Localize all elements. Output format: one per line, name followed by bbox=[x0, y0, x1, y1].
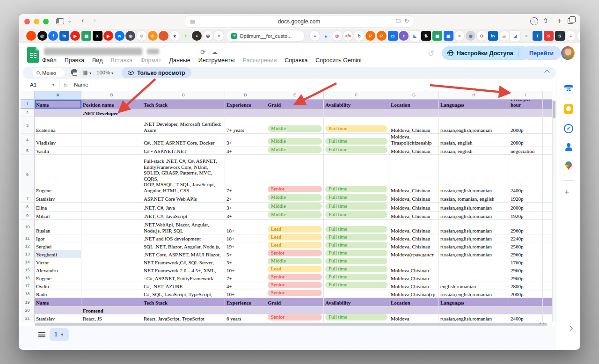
row-header-20[interactable]: 20 bbox=[21, 306, 35, 314]
cell-A17[interactable]: Ovdiu bbox=[35, 282, 81, 290]
menu-расширения[interactable]: Расширения bbox=[243, 57, 277, 64]
scroll-arrows[interactable]: ◂▸ bbox=[539, 321, 547, 325]
reload-icon[interactable]: ↻ bbox=[404, 18, 409, 24]
cell-C17[interactable]: C#, .NET, AZURE bbox=[142, 282, 225, 290]
rocket-icon[interactable]: ▲ bbox=[321, 31, 331, 41]
cell-B6[interactable] bbox=[81, 155, 142, 194]
cell-A6[interactable]: Eugene bbox=[35, 155, 81, 194]
cell-I14[interactable]: 1760p bbox=[509, 258, 543, 266]
new-tab-icon[interactable]: ＋ bbox=[556, 16, 563, 25]
cell-J15[interactable] bbox=[543, 266, 552, 274]
facebook-icon[interactable]: f bbox=[48, 31, 58, 41]
cell-A18[interactable]: Radu bbox=[35, 290, 81, 298]
cell-G1[interactable]: Location bbox=[389, 100, 439, 109]
select-all-corner[interactable] bbox=[21, 91, 35, 100]
zoom-window-button[interactable] bbox=[43, 19, 49, 24]
cell-D8[interactable]: 3+ bbox=[225, 203, 266, 211]
cell-D6[interactable]: 7+ bbox=[225, 155, 266, 194]
cell-E7[interactable]: Middle bbox=[266, 194, 324, 203]
sidebar-toggle-icon[interactable] bbox=[56, 18, 64, 24]
forward-button[interactable]: › bbox=[94, 16, 96, 24]
cell-H10[interactable]: russian,english,romanian bbox=[439, 220, 509, 234]
cell-A4[interactable]: Vladislav bbox=[35, 134, 81, 146]
cell-A1[interactable]: Name bbox=[35, 100, 81, 109]
cell-F3[interactable]: Part time bbox=[324, 117, 389, 134]
cell-I5[interactable]: negociation bbox=[509, 146, 543, 155]
cell-D13[interactable]: 5+ bbox=[225, 250, 266, 258]
cell-I8[interactable]: 2000p bbox=[509, 203, 543, 211]
cell-H17[interactable]: english,romanian bbox=[439, 282, 509, 290]
cell-I11[interactable]: 2240p bbox=[509, 234, 543, 242]
cell-G5[interactable]: Moldova, Chisinau bbox=[389, 146, 439, 155]
chevron-down-icon[interactable]: ▼ bbox=[60, 333, 64, 337]
cell-A10[interactable]: Ruslan bbox=[35, 220, 81, 234]
cell-C21[interactable]: React, JavaScript, TypeScript bbox=[142, 314, 225, 322]
cell-B19[interactable] bbox=[81, 298, 142, 306]
cell-B20[interactable]: Frontend bbox=[81, 306, 142, 314]
cell-J14[interactable] bbox=[543, 258, 552, 266]
green-dot-icon[interactable]: • bbox=[181, 31, 190, 41]
chart2-icon[interactable]: ◢ bbox=[510, 31, 520, 41]
cell-G7[interactable]: Moldova, Chisinau bbox=[389, 194, 439, 203]
cell-E17[interactable]: Senior bbox=[266, 282, 324, 290]
column-header-I[interactable]: I bbox=[509, 91, 543, 100]
cell-E8[interactable]: Middle bbox=[266, 203, 324, 211]
cell-G20[interactable] bbox=[389, 306, 439, 314]
cell-H1[interactable]: Languages bbox=[439, 100, 509, 109]
keep-icon[interactable] bbox=[564, 104, 573, 114]
print-icon[interactable] bbox=[71, 70, 77, 74]
s-red-icon[interactable]: S bbox=[544, 31, 554, 41]
column-header-B[interactable]: B bbox=[81, 91, 142, 100]
chevron-down-icon[interactable]: ▾ bbox=[89, 71, 91, 75]
cell-G8[interactable]: Moldova, Chisinau bbox=[389, 203, 439, 211]
cell-H7[interactable]: russian, romanian, english bbox=[439, 194, 509, 203]
cell-D1[interactable]: Experience bbox=[225, 100, 266, 109]
cell-I13[interactable]: 2960p bbox=[509, 250, 543, 258]
downloads-icon[interactable]: ↓ bbox=[530, 17, 538, 25]
cell-B13[interactable] bbox=[81, 250, 142, 258]
cell-J16[interactable] bbox=[543, 274, 552, 282]
cell-E16[interactable]: Senior bbox=[266, 274, 324, 282]
vk-icon[interactable]: w bbox=[115, 31, 124, 41]
cell-B17[interactable] bbox=[81, 282, 142, 290]
cell-C1[interactable]: Tech Stack bbox=[142, 100, 225, 109]
ok-ru-icon[interactable]: 8 bbox=[148, 31, 158, 41]
cell-G17[interactable]: Moldova,Chisinau bbox=[389, 282, 439, 290]
cell-E20[interactable] bbox=[266, 306, 324, 314]
cell-J13[interactable] bbox=[543, 250, 552, 258]
target-icon[interactable]: ◎ bbox=[203, 31, 213, 41]
row-header-15[interactable]: 15 bbox=[21, 266, 35, 274]
cell-J10[interactable] bbox=[543, 220, 552, 234]
threads-icon[interactable]: @ bbox=[37, 31, 47, 41]
cell-I15[interactable]: 2960p bbox=[509, 266, 543, 274]
cell-B4[interactable] bbox=[81, 134, 142, 146]
cell-D5[interactable]: 4+ bbox=[225, 146, 266, 155]
cell-B3[interactable] bbox=[81, 117, 142, 134]
f-color-icon[interactable]: F bbox=[566, 31, 576, 41]
cell-E10[interactable]: Lead bbox=[266, 220, 324, 234]
minimize-window-button[interactable] bbox=[34, 19, 39, 24]
cell-H8[interactable]: russian,english,romanian bbox=[439, 203, 509, 211]
linkedin-icon[interactable]: in bbox=[488, 31, 498, 41]
cell-H21[interactable]: russian,english,romanian bbox=[439, 314, 509, 322]
cell-G14[interactable] bbox=[389, 258, 439, 266]
cell-A15[interactable]: Alexandru bbox=[35, 266, 81, 274]
cell-C16[interactable]: : C#, ASP.NET, EntityFramework bbox=[142, 274, 225, 282]
cell-G11[interactable]: Moldova, Chisinau bbox=[389, 234, 439, 242]
share-settings-button[interactable]: Настройки Доступа ▼ bbox=[442, 46, 530, 60]
cell-C5[interactable]: C# • ASP.NET/.NET bbox=[142, 146, 225, 155]
zoom-select[interactable]: 100% bbox=[96, 70, 110, 75]
close-window-button[interactable] bbox=[24, 19, 30, 24]
cell-B7[interactable] bbox=[81, 194, 142, 203]
cell-C3[interactable]: .NET Developer, Microsoft Certified: Azu… bbox=[142, 117, 225, 134]
stripes-red-icon[interactable]: ≡ bbox=[454, 31, 464, 41]
cell-F18[interactable] bbox=[324, 290, 389, 298]
cell-E12[interactable]: Lead bbox=[266, 242, 324, 250]
code-icon[interactable]: </> bbox=[343, 31, 353, 41]
trello-icon[interactable]: T bbox=[533, 31, 542, 41]
cell-A21[interactable]: Stanislav bbox=[35, 314, 81, 322]
cell-H19[interactable]: Languages bbox=[439, 298, 509, 306]
cell-I19[interactable] bbox=[509, 298, 543, 306]
cell-I16[interactable]: 2960p bbox=[509, 274, 543, 282]
column-header-partial[interactable] bbox=[543, 91, 552, 100]
